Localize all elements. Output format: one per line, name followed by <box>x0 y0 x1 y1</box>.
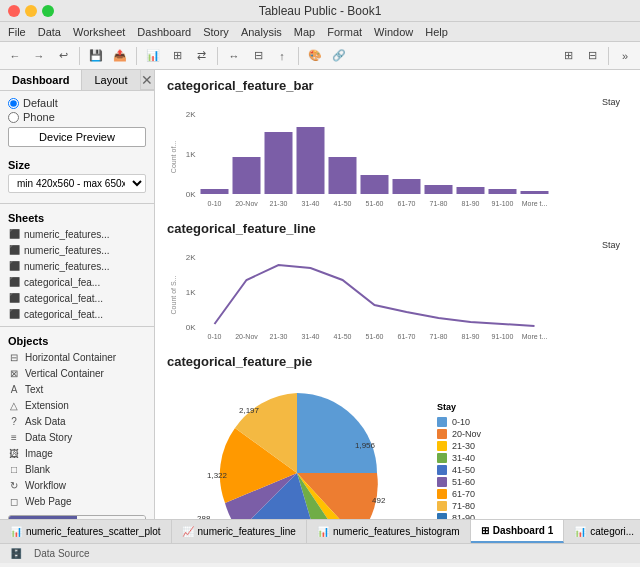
forward-button[interactable]: → <box>28 45 50 67</box>
list-item[interactable]: △ Extension <box>0 397 154 413</box>
svg-text:81-90: 81-90 <box>462 200 480 207</box>
bar-chart-title: categorical_feature_bar <box>167 78 628 93</box>
menu-map[interactable]: Map <box>294 26 315 38</box>
svg-text:2K: 2K <box>186 110 196 119</box>
object-label: Ask Data <box>25 416 66 427</box>
bar-chart-icon[interactable]: 📊 <box>142 45 164 67</box>
object-label: Blank <box>25 464 50 475</box>
list-item[interactable]: ⬛ categorical_feat... <box>0 290 154 306</box>
menu-file[interactable]: File <box>8 26 26 38</box>
svg-text:91-100: 91-100 <box>492 200 514 207</box>
legend-label-51-60: 51-60 <box>452 477 475 487</box>
svg-text:21-30: 21-30 <box>270 333 288 340</box>
list-item[interactable]: ⬛ categorical_feat... <box>0 306 154 322</box>
menu-worksheet[interactable]: Worksheet <box>73 26 125 38</box>
minimize-button[interactable] <box>25 5 37 17</box>
tab-line[interactable]: 📈 numeric_features_line <box>172 520 307 543</box>
list-item[interactable]: ? Ask Data <box>0 413 154 429</box>
datasource-icon[interactable]: 🗄️ <box>8 546 24 562</box>
grid-button[interactable]: ⊟ <box>247 45 269 67</box>
save-button[interactable]: 💾 <box>85 45 107 67</box>
svg-text:20-Nov: 20-Nov <box>235 200 258 207</box>
chart-icon: ⬛ <box>8 228 20 240</box>
sheet-label: numeric_features... <box>24 261 110 272</box>
web-page-icon: ◻ <box>8 495 20 507</box>
tab-categori[interactable]: 📊 categori... <box>564 520 640 543</box>
svg-text:0-10: 0-10 <box>207 200 221 207</box>
device-preview-button[interactable]: Device Preview <box>8 127 146 147</box>
tab-dashboard-1[interactable]: ⊞ Dashboard 1 <box>471 520 565 543</box>
floating-button[interactable]: Floating <box>77 516 145 519</box>
list-item[interactable]: ⊠ Vertical Container <box>0 365 154 381</box>
svg-text:2,197: 2,197 <box>239 406 260 415</box>
menu-dashboard[interactable]: Dashboard <box>137 26 191 38</box>
more-button[interactable]: » <box>614 45 636 67</box>
fit-width-button[interactable]: ↔ <box>223 45 245 67</box>
list-item[interactable]: ◻ Web Page <box>0 493 154 509</box>
swap-button[interactable]: ⇄ <box>190 45 212 67</box>
columns-button[interactable]: ⊟ <box>581 45 603 67</box>
link-button[interactable]: 🔗 <box>328 45 350 67</box>
chart-icon: ⬛ <box>8 260 20 272</box>
menu-help[interactable]: Help <box>425 26 448 38</box>
legend-item-20nov: 20-Nov <box>437 429 533 439</box>
chart-container: categorical_feature_bar Stay 2K 1K 0K Co… <box>155 70 640 519</box>
svg-text:91-100: 91-100 <box>492 333 514 340</box>
menu-bar: File Data Worksheet Dashboard Story Anal… <box>0 22 640 42</box>
menu-window[interactable]: Window <box>374 26 413 38</box>
list-item[interactable]: ⬛ numeric_features... <box>0 242 154 258</box>
list-item[interactable]: 🖼 Image <box>0 445 154 461</box>
svg-rect-6 <box>265 132 293 194</box>
tab-dashboard[interactable]: Dashboard <box>0 70 82 90</box>
legend-item-0-10: 0-10 <box>437 417 533 427</box>
sheet-label: categorical_fea... <box>24 277 100 288</box>
device-default[interactable]: Default <box>8 97 146 109</box>
back-button[interactable]: ← <box>4 45 26 67</box>
tab-histogram[interactable]: 📊 numeric_features_histogram <box>307 520 471 543</box>
svg-rect-14 <box>521 191 549 194</box>
legend-label-41-50: 41-50 <box>452 465 475 475</box>
legend-label-61-70: 61-70 <box>452 489 475 499</box>
list-item[interactable]: A Text <box>0 381 154 397</box>
list-item[interactable]: ⬛ numeric_features... <box>0 258 154 274</box>
device-options: Default Phone <box>8 97 146 123</box>
list-item[interactable]: ≡ Data Story <box>0 429 154 445</box>
menu-format[interactable]: Format <box>327 26 362 38</box>
svg-text:31-40: 31-40 <box>302 333 320 340</box>
sort-asc-button[interactable]: ↑ <box>271 45 293 67</box>
list-item[interactable]: □ Blank <box>0 461 154 477</box>
svg-text:51-60: 51-60 <box>366 333 384 340</box>
datasource-label[interactable]: Data Source <box>34 548 90 559</box>
size-dropdown[interactable]: min 420x560 - max 650x8... <box>8 174 146 193</box>
chart-options-button[interactable]: ⊞ <box>166 45 188 67</box>
maximize-button[interactable] <box>42 5 54 17</box>
expand-button[interactable]: ⊞ <box>557 45 579 67</box>
title-bar: Tableau Public - Book1 <box>0 0 640 22</box>
svg-text:71-80: 71-80 <box>430 333 448 340</box>
device-phone[interactable]: Phone <box>8 111 146 123</box>
close-button[interactable] <box>8 5 20 17</box>
close-panel-button[interactable]: ✕ <box>141 72 153 88</box>
legend-item-21-30: 21-30 <box>437 441 533 451</box>
tab-layout[interactable]: Layout <box>82 70 140 90</box>
tab-categori-label: categori... <box>590 526 634 537</box>
svg-text:2K: 2K <box>186 253 196 262</box>
list-item[interactable]: ⬛ numeric_features... <box>0 226 154 242</box>
tab-scatter-plot[interactable]: 📊 numeric_features_scatter_plot <box>0 520 172 543</box>
sheet-label: categorical_feat... <box>24 309 103 320</box>
list-item[interactable]: ↻ Workflow <box>0 477 154 493</box>
list-item[interactable]: ⬛ categorical_fea... <box>0 274 154 290</box>
svg-text:More t...: More t... <box>522 333 548 340</box>
list-item[interactable]: ⊟ Horizontal Container <box>0 349 154 365</box>
svg-text:0K: 0K <box>186 190 196 199</box>
tiled-button[interactable]: Tiled <box>9 516 77 519</box>
publish-button[interactable]: 📤 <box>109 45 131 67</box>
svg-rect-5 <box>233 157 261 194</box>
menu-data[interactable]: Data <box>38 26 61 38</box>
content-area: categorical_feature_bar Stay 2K 1K 0K Co… <box>155 70 640 519</box>
menu-story[interactable]: Story <box>203 26 229 38</box>
undo-button[interactable]: ↩ <box>52 45 74 67</box>
menu-analysis[interactable]: Analysis <box>241 26 282 38</box>
tab-scatter-label: numeric_features_scatter_plot <box>26 526 161 537</box>
color-button[interactable]: 🎨 <box>304 45 326 67</box>
